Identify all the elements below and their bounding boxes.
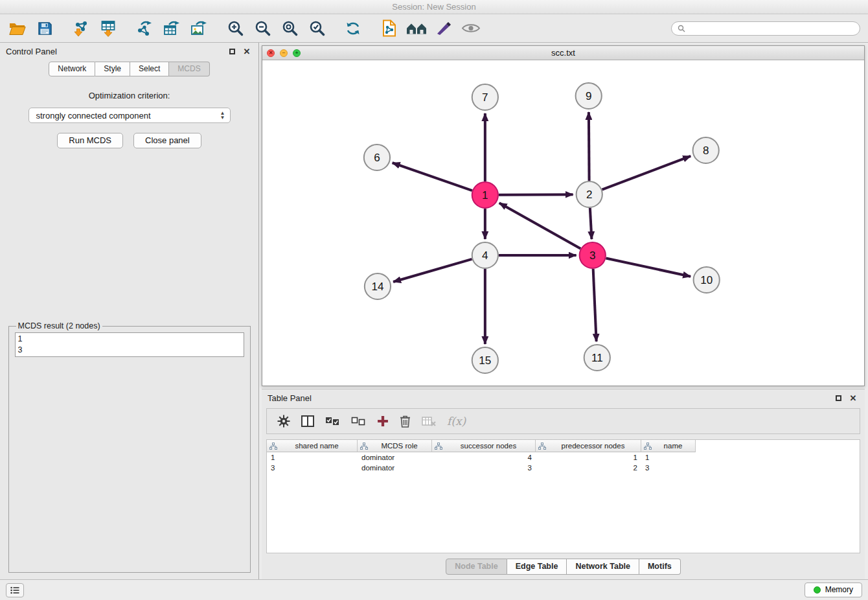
graph-node-11[interactable]: 11 [584,345,610,371]
search-input[interactable] [689,24,854,33]
table-cell[interactable]: 1 [641,454,696,461]
show-columns-button[interactable] [301,411,314,431]
graph-edge-2-8[interactable] [602,156,691,190]
table-cell[interactable]: dominator [358,464,432,472]
table-settings-button[interactable] [277,411,290,431]
control-panel-header: Control Panel ✕ [0,43,258,60]
network-canvas[interactable]: 7968124314101511 [262,60,864,386]
maximize-window-icon[interactable]: + [293,49,301,57]
graph-node-8[interactable]: 8 [693,137,719,163]
graph-node-15[interactable]: 15 [472,347,498,373]
zoom-out-button[interactable] [253,18,272,39]
column-header-MCDS-role[interactable]: MCDS role [358,440,432,452]
sort-tree-icon [435,443,442,450]
run-mcds-button[interactable]: Run MCDS [57,133,123,148]
close-table-panel-button[interactable]: ✕ [847,393,859,404]
export-image-button[interactable] [189,18,209,39]
table-cell[interactable]: dominator [358,454,432,461]
table-cell[interactable]: 1 [536,454,641,461]
memory-button[interactable]: Memory [805,583,862,597]
tab-mcds[interactable]: MCDS [169,62,209,76]
graph-edge-3-1[interactable] [499,203,581,248]
graph-node-7[interactable]: 7 [472,84,498,110]
node-label: 6 [374,152,380,164]
column-header-name[interactable]: name [641,440,696,452]
unselect-all-button[interactable] [351,411,366,431]
zoom-selected-button[interactable] [307,18,326,39]
network-overview-button[interactable] [380,18,399,39]
graph-node-1[interactable]: 1 [472,182,498,208]
delete-column-button[interactable] [400,411,411,431]
table-cell[interactable]: 3 [267,464,358,472]
table-row[interactable]: 3dominator323 [267,463,860,473]
show-hide-button[interactable] [461,18,481,39]
export-table-button[interactable] [162,18,181,39]
tab-node-table[interactable]: Node Table [446,559,507,575]
graph-edge-4-14[interactable] [393,259,472,282]
graph-edge-3-10[interactable] [606,258,691,276]
tab-network[interactable]: Network [49,62,95,76]
graph-edge-3-11[interactable] [593,269,597,341]
tab-select[interactable]: Select [130,62,169,76]
table-cell[interactable]: 2 [536,464,641,472]
function-builder-button[interactable]: f(x) [447,411,466,431]
tab-style[interactable]: Style [95,62,130,76]
column-header-successor-nodes[interactable]: successor nodes [432,440,536,452]
tab-network-table[interactable]: Network Table [567,559,639,575]
table-cell[interactable]: 3 [641,464,696,472]
import-table-icon [100,20,116,37]
select-all-button[interactable] [325,411,340,431]
criterion-dropdown[interactable]: strongly connected component ▲▼ [29,108,231,123]
node-label: 2 [586,189,593,201]
table-cell[interactable]: 4 [432,454,536,461]
import-network-button[interactable] [71,18,91,39]
float-icon [229,49,235,54]
column-label: name [654,442,692,450]
close-panel-icon-button[interactable]: ✕ [241,47,253,57]
mcds-result-group: MCDS result (2 nodes) 13 [8,321,251,573]
table-row[interactable]: 1dominator411 [267,452,860,463]
table-cell[interactable]: 1 [267,454,358,461]
mcds-result-item[interactable]: 1 [18,334,241,345]
close-panel-button[interactable]: Close panel [133,133,201,148]
tab-motifs[interactable]: Motifs [639,559,681,575]
save-floppy-icon [38,21,52,36]
first-neighbors-button[interactable] [407,18,426,39]
import-table-button[interactable] [98,18,118,39]
graph-edge-1-2[interactable] [499,194,573,195]
column-header-predecessor-nodes[interactable]: predecessor nodes [536,440,641,452]
graph-edge-1-6[interactable] [393,163,472,190]
graph-edge-2-9[interactable] [589,112,589,181]
graph-node-9[interactable]: 9 [576,83,602,109]
close-window-icon[interactable]: ✕ [267,49,275,57]
delete-table-button[interactable] [422,411,436,431]
zoom-in-button[interactable] [225,18,245,39]
task-history-button[interactable] [6,583,24,597]
mcds-result-list[interactable]: 13 [15,332,244,357]
tab-edge-table[interactable]: Edge Table [507,559,567,575]
mcds-buttons-row: Run MCDS Close panel [57,133,201,148]
graph-edge-2-3[interactable] [590,208,592,239]
status-bar: Memory [0,579,868,600]
export-network-button[interactable] [135,18,154,39]
open-session-button[interactable] [8,18,27,39]
search-box[interactable] [671,21,860,36]
minimize-window-icon[interactable]: − [280,49,288,57]
graph-node-6[interactable]: 6 [364,144,390,170]
column-header-shared-name[interactable]: shared name [267,440,358,452]
zoom-fit-button[interactable] [280,18,299,39]
graph-node-10[interactable]: 10 [694,267,720,293]
graph-node-2[interactable]: 2 [577,181,602,207]
graph-node-14[interactable]: 14 [365,273,391,299]
graph-node-3[interactable]: 3 [580,242,606,268]
mcds-result-item[interactable]: 3 [18,345,241,356]
style-annotation-button[interactable] [434,18,453,39]
table-cell[interactable]: 3 [432,464,536,472]
float-table-panel-button[interactable] [832,393,844,404]
apply-layout-button[interactable] [343,18,363,39]
add-column-button[interactable] [377,411,389,431]
save-session-button[interactable] [35,18,54,39]
network-graph[interactable]: 7968124314101511 [262,60,864,386]
graph-node-4[interactable]: 4 [472,242,498,268]
float-panel-button[interactable] [226,47,238,57]
